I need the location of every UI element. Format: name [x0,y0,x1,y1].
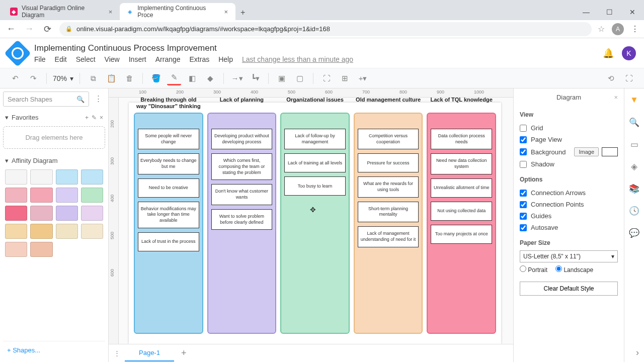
affinity-card[interactable]: Lack of follow-up by management [284,129,346,149]
add-icon[interactable]: +▾ [356,71,370,85]
affinity-card[interactable]: Don't know what customer wants [211,184,273,205]
outline-icon[interactable]: ▭ [629,139,640,150]
affinity-column[interactable]: Old management cultureCompetition versus… [354,113,423,334]
shape-swatch[interactable] [56,169,78,185]
affinity-card[interactable]: Some people will never change [138,129,199,149]
shadow-icon[interactable]: ◧ [185,71,199,85]
affinity-card[interactable]: Want to solve problem before clearly def… [211,209,273,230]
diagram-canvas[interactable]: Breaking through old way "Dinosaur" thin… [119,98,513,362]
shadow-checkbox[interactable]: Shadow [520,158,618,170]
remove-favorite-icon[interactable]: × [100,114,103,121]
user-avatar[interactable]: K [622,46,636,60]
affinity-card[interactable]: Not using collected data [431,202,492,221]
document-title[interactable]: Implementing Continuous Process Improvem… [34,43,353,53]
background-color-swatch[interactable] [602,147,618,156]
menu-view[interactable]: View [105,55,120,63]
shape-swatch[interactable] [30,206,52,221]
shape-swatch[interactable] [81,242,103,257]
paste-icon[interactable]: 📋 [104,71,118,85]
affinity-section[interactable]: ▾ Affinity Diagram [3,154,105,167]
conn-arrows-checkbox[interactable]: Connection Arrows [520,187,618,199]
portrait-radio[interactable]: Portrait [520,265,547,274]
shape-swatch[interactable] [81,188,103,203]
shape-swatch[interactable] [30,242,52,257]
shape-swatch[interactable] [81,224,103,239]
menu-select[interactable]: Select [76,55,96,63]
landscape-radio[interactable]: Landscape [555,265,593,274]
menu-edit[interactable]: Edit [55,55,67,63]
shape-swatch[interactable] [5,242,27,257]
minimize-icon[interactable]: — [575,4,598,20]
menu-file[interactable]: File [34,55,46,63]
menu-insert[interactable]: Insert [129,55,146,63]
shape-swatch[interactable] [30,169,52,185]
affinity-card[interactable]: Lack of training at all levels [284,153,346,172]
fill-icon[interactable]: 🪣 [149,71,163,85]
profile-avatar[interactable]: A [612,23,624,35]
add-favorite-icon[interactable]: + [85,114,89,121]
affinity-card[interactable]: Need to be creative [138,178,199,198]
shape-swatch[interactable] [56,224,78,239]
close-window-icon[interactable]: ✕ [621,4,644,20]
reload-icon[interactable]: ⟳ [41,23,53,35]
image-button[interactable]: Image [574,147,599,156]
shape-swatch[interactable] [81,169,103,185]
grid-checkbox[interactable]: Grid [520,122,618,134]
notifications-icon[interactable]: 🔔 [603,48,614,59]
delete-icon[interactable]: 🗑 [122,71,136,85]
undo-icon[interactable]: ↶ [8,71,22,85]
affinity-card[interactable]: Unrealistic allotment of time [431,178,492,198]
front-icon[interactable]: ▣ [275,71,289,85]
new-tab-button[interactable]: + [235,5,250,20]
favorites-drop-zone[interactable]: Drag elements here [3,126,105,149]
shape-swatch[interactable] [56,188,78,203]
page-tab-1[interactable]: Page-1 [125,345,174,361]
collapse-panel-icon[interactable]: › [636,347,639,358]
line-color-icon[interactable]: ✎ [167,71,181,85]
shape-swatch[interactable] [30,224,52,239]
align-icon[interactable]: ⊞ [338,71,352,85]
affinity-card[interactable]: Everybody needs to change but me [138,153,199,174]
guides-checkbox[interactable]: Guides [520,210,618,222]
affinity-card[interactable]: Competition versus cooperation [358,129,419,149]
redo-icon[interactable]: ↷ [26,71,40,85]
close-icon[interactable]: × [107,8,114,15]
back-icon[interactable]: ← [5,23,17,35]
connection-icon[interactable]: →▾ [230,71,244,85]
background-checkbox[interactable]: Background Image [520,145,618,158]
edit-favorite-icon[interactable]: ✎ [92,114,97,121]
diagram-page[interactable]: Breaking through old way "Dinosaur" thin… [129,103,501,344]
menu-help[interactable]: Help [218,55,233,63]
close-icon[interactable]: × [223,8,229,15]
affinity-card[interactable]: Short-term planning mentality [358,202,419,222]
waypoint-icon[interactable]: ┗▾ [248,71,262,85]
maximize-icon[interactable]: ☐ [598,4,621,20]
app-logo-icon[interactable] [4,40,31,67]
browser-tab-0[interactable]: ◆ Visual Paradigm Online Diagram × [4,3,120,20]
affinity-column[interactable]: Lack of planningDeveloping product witho… [207,113,277,334]
format-icon[interactable]: ▼ [629,95,640,106]
shape-swatch[interactable] [5,206,27,221]
shapes-menu-icon[interactable]: ⋮ [91,92,105,106]
history-icon[interactable]: 🕓 [629,205,640,216]
more-shapes-button[interactable]: + Shapes... [3,341,105,359]
menu-dots-icon[interactable]: ⋮ [631,24,639,34]
fullscreen-icon[interactable]: ⛶ [622,71,636,85]
shape-swatch[interactable] [56,206,78,221]
shape-swatch[interactable] [56,242,78,257]
style-icon[interactable]: ◆ [203,71,217,85]
favorites-section[interactable]: ▾ Favorites + ✎ × [3,111,105,124]
affinity-card[interactable]: Too many projects at once [431,225,492,244]
fit-icon[interactable]: ⛶ [319,71,334,85]
zoom-select[interactable]: 70% ▾ [53,74,73,82]
affinity-card[interactable]: Need new data collection system [431,153,492,174]
menu-extras[interactable]: Extras [190,55,210,63]
affinity-card[interactable]: What are the rewards for using tools [358,176,419,197]
comments-icon[interactable]: 💬 [629,227,640,238]
affinity-card[interactable]: Lack of trust in the process [138,232,199,251]
sync-icon[interactable]: ⟲ [604,71,618,85]
star-icon[interactable]: ☆ [598,24,605,34]
back-icon[interactable]: ▢ [293,71,307,85]
affinity-card[interactable]: Which comes first, composing the team or… [211,153,273,180]
shape-swatch[interactable] [30,188,52,203]
